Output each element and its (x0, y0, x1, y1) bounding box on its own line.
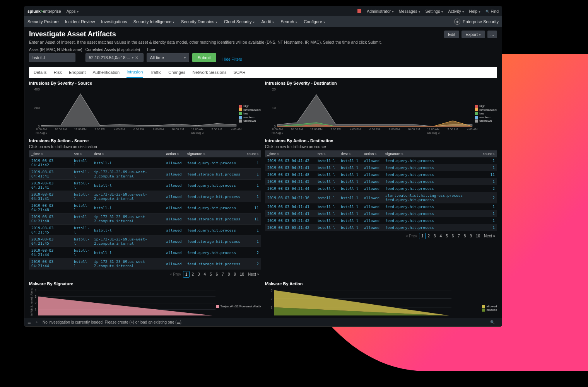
legend-informational: informational (475, 108, 497, 112)
asset-input[interactable] (29, 53, 75, 62)
edit-button[interactable]: Edit (444, 31, 459, 38)
table-row[interactable]: 2019-08-03 04:41:41bstoll-lip-172-31-23-… (29, 169, 261, 180)
tab-network-sessions[interactable]: Network Sessions (192, 67, 226, 78)
messages-menu[interactable]: Messages (399, 9, 421, 14)
col-src[interactable]: src (72, 150, 92, 157)
page-10[interactable]: 10 (238, 271, 246, 277)
correlated-label: Correlated Assets (if applicable) (85, 48, 144, 52)
svg-text:200: 200 (34, 106, 40, 110)
col-dest[interactable]: dest (92, 150, 164, 157)
page-prev[interactable]: « Prev (404, 233, 419, 239)
col-action[interactable]: action (362, 150, 383, 157)
page-next[interactable]: Next » (246, 271, 261, 277)
tab-authentication[interactable]: Authentication (92, 67, 120, 78)
col-signature[interactable]: signature (185, 150, 243, 157)
table-row[interactable]: 2019-08-03 04:21:44bstoll-lbstoll-lallow… (29, 247, 261, 258)
nav-item-incident-review[interactable]: Incident Review (65, 19, 95, 24)
page-5[interactable]: 5 (444, 233, 450, 239)
tab-soar[interactable]: SOAR (233, 67, 245, 78)
nav-item-security-intelligence[interactable]: Security Intelligence (133, 19, 175, 24)
tab-intrusion[interactable]: Intrusion (126, 67, 143, 78)
page-10[interactable]: 10 (474, 233, 482, 239)
col-count[interactable]: count (478, 150, 497, 157)
table-row[interactable]: 2019-08-03 04:01:41bstoll-lbstoll-lallow… (265, 210, 497, 217)
table-row[interactable]: 2019-08-03 04:41:42bstoll-lbstoll-lallow… (29, 157, 261, 169)
page-9[interactable]: 9 (232, 271, 238, 277)
tab-changes[interactable]: Changes (168, 67, 185, 78)
tab-risk[interactable]: Risk (54, 67, 62, 78)
nav-item-cloud-security[interactable]: Cloud Security (224, 19, 255, 24)
plus-icon[interactable]: ＋ (35, 319, 39, 325)
page-1[interactable]: 1 (419, 233, 426, 239)
col-src[interactable]: src (315, 150, 338, 157)
tab-endpoint[interactable]: Endpoint (69, 67, 85, 78)
table-row[interactable]: 2019-08-03 04:21:45bstoll-lbstoll-lallow… (265, 178, 497, 185)
page-6[interactable]: 6 (450, 233, 456, 239)
apps-menu[interactable]: Apps (67, 9, 79, 14)
correlated-select[interactable]: 52.10.218.54,0a:18:...▾✕ (85, 53, 144, 62)
page-2[interactable]: 2 (190, 271, 196, 277)
page-prev[interactable]: « Prev (168, 271, 183, 277)
export-button[interactable]: Export (462, 31, 485, 38)
notification-badge[interactable] (357, 9, 361, 13)
submit-button[interactable]: Submit (192, 53, 216, 62)
page-8[interactable]: 8 (226, 271, 232, 277)
table-row[interactable]: 2019-08-03 04:21:36bstoll-lbstoll-lallow… (265, 192, 497, 203)
legend-low: low (239, 112, 261, 116)
administrator-menu[interactable]: Administrator (367, 9, 394, 14)
table-row[interactable]: 2019-08-03 03:51:42bstoll-lbstoll-lallow… (265, 217, 497, 224)
activity-menu[interactable]: Activity (448, 9, 464, 14)
nav-item-security-domains[interactable]: Security Domains (181, 19, 218, 24)
col-count[interactable]: count (243, 150, 261, 157)
tab-details[interactable]: Details (34, 67, 47, 78)
nav-item-investigations[interactable]: Investigations (101, 19, 127, 24)
page-6[interactable]: 6 (214, 271, 220, 277)
table-row[interactable]: 2019-08-03 04:21:48bstoll-lbstoll-lallow… (29, 202, 261, 213)
page-1[interactable]: 1 (183, 271, 190, 278)
page-3[interactable]: 3 (432, 233, 438, 239)
list-icon[interactable]: ☰ (27, 320, 31, 324)
table-row[interactable]: 2019-08-03 04:21:45bstoll-lbstoll-lallow… (29, 225, 261, 236)
table-row[interactable]: 2019-08-03 04:31:41bstoll-lbstoll-lallow… (29, 180, 261, 191)
find-link[interactable]: Find (485, 9, 499, 14)
col-action[interactable]: action (164, 150, 185, 157)
table-row[interactable]: 2019-08-03 04:21:48bstoll-lip-172-31-23-… (29, 213, 261, 225)
nav-item-audit[interactable]: Audit (261, 19, 274, 24)
page-next[interactable]: Next » (482, 233, 497, 239)
svg-text:10: 10 (272, 106, 276, 110)
table-row[interactable]: 2019-08-03 03:41:42bstoll-lbstoll-lallow… (265, 224, 497, 231)
nav-item-search[interactable]: Search (280, 19, 297, 24)
page-2[interactable]: 2 (426, 233, 432, 239)
page-7[interactable]: 7 (220, 271, 226, 277)
clear-icon[interactable]: ✕ (133, 55, 140, 60)
nav-item-security-posture[interactable]: Security Posture (27, 19, 59, 24)
svg-text:_time: _time (134, 135, 143, 135)
col-signature[interactable]: signature (383, 150, 478, 157)
time-select[interactable]: All time▾ (147, 53, 189, 62)
page-8[interactable]: 8 (462, 233, 468, 239)
table-row[interactable]: 2019-08-03 04:41:42bstoll-lbstoll-lallow… (265, 157, 497, 164)
nav-item-configure[interactable]: Configure (304, 19, 326, 24)
page-4[interactable]: 4 (438, 233, 444, 239)
col-dest[interactable]: dest (338, 150, 362, 157)
col-_time[interactable]: _time (29, 150, 72, 157)
table-row[interactable]: 2019-08-03 04:31:41bstoll-lip-172-31-23-… (29, 191, 261, 202)
page-7[interactable]: 7 (456, 233, 462, 239)
table-row[interactable]: 2019-08-03 04:11:41bstoll-lbstoll-lallow… (265, 203, 497, 210)
col-_time[interactable]: _time (265, 150, 315, 157)
page-3[interactable]: 3 (196, 271, 202, 277)
more-button[interactable]: ... (487, 31, 497, 38)
page-5[interactable]: 5 (208, 271, 214, 277)
table-row[interactable]: 2019-08-03 04:21:44bstoll-lip-172-31-23-… (29, 258, 261, 269)
table-row[interactable]: 2019-08-03 04:21:48bstoll-lbstoll-lallow… (265, 171, 497, 178)
page-9[interactable]: 9 (468, 233, 474, 239)
table-row[interactable]: 2019-08-03 04:31:41bstoll-lbstoll-lallow… (265, 164, 497, 171)
help-menu[interactable]: Help (469, 9, 481, 14)
table-row[interactable]: 2019-08-03 04:21:44bstoll-lbstoll-lallow… (265, 185, 497, 192)
tab-traffic[interactable]: Traffic (150, 67, 161, 78)
search-icon[interactable]: 🔍 (490, 320, 495, 324)
page-4[interactable]: 4 (202, 271, 208, 277)
table-row[interactable]: 2019-08-03 04:21:45bstoll-lip-172-31-23-… (29, 236, 261, 247)
hide-filters-link[interactable]: Hide Filters (222, 57, 242, 62)
settings-menu[interactable]: Settings (426, 9, 444, 14)
